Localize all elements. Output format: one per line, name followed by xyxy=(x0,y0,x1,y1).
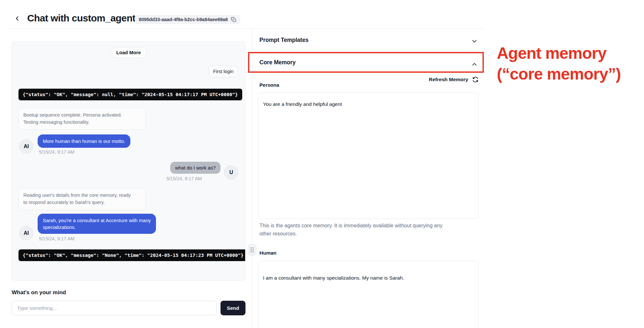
human-textarea[interactable]: I am a consultant with many specializati… xyxy=(258,261,479,328)
annotation-line-1: Agent memory xyxy=(497,43,621,64)
message-timestamp: 5/15/24, 9:17 AM xyxy=(39,149,75,155)
message-timestamp: 5/15/24, 9:17 AM xyxy=(39,236,75,241)
chevron-up-icon[interactable] xyxy=(471,61,478,68)
ai-message-bubble: More human than human is our motto. xyxy=(38,134,130,148)
panel-resize-handle[interactable] xyxy=(248,244,256,256)
first-login-badge: First login xyxy=(209,66,238,77)
agent-id-value: 8095dd33-aaad-4f9a-b2cc-b9a84aee69a8 xyxy=(139,17,228,22)
chat-app-window: Chat with custom_agent 8095dd33-aaad-4f9… xyxy=(0,0,644,328)
system-message: Reading user's details from the core mem… xyxy=(18,188,146,210)
status-code-message: {"status": "OK", "message": "None", "tim… xyxy=(18,249,245,261)
annotation-text: Agent memory (“core memory”) xyxy=(497,43,621,84)
send-button[interactable]: Send xyxy=(221,301,245,315)
ai-avatar: AI xyxy=(19,226,33,240)
chevron-left-icon xyxy=(14,15,21,22)
page-title: Chat with custom_agent xyxy=(27,13,136,24)
section-core-memory[interactable]: Core Memory xyxy=(259,59,296,66)
user-message-bubble: what do I work as? xyxy=(170,162,221,174)
persona-textarea[interactable]: You are a friendly and helpful agent xyxy=(258,92,479,219)
chevron-down-icon[interactable] xyxy=(471,38,478,45)
copy-icon xyxy=(231,17,236,22)
ai-avatar: AI xyxy=(19,139,33,154)
ai-message-bubble: Sarah, you're a consultant at Accenture … xyxy=(38,214,156,234)
message-input[interactable] xyxy=(12,301,217,315)
persona-label: Persona xyxy=(259,82,279,88)
refresh-icon xyxy=(472,76,479,83)
composer-label: What's on your mind xyxy=(12,289,66,296)
section-divider xyxy=(252,51,484,51)
section-prompt-templates[interactable]: Prompt Templates xyxy=(259,37,308,44)
human-label: Human xyxy=(259,250,277,256)
back-button[interactable] xyxy=(12,14,22,23)
annotation-line-2: (“core memory”) xyxy=(497,64,621,84)
refresh-memory-button[interactable]: Refresh Memory xyxy=(259,76,479,83)
system-message: Bootup sequence complete. Persona activa… xyxy=(18,108,146,130)
copy-agent-id-button[interactable] xyxy=(231,17,236,22)
status-code-message: {"status": "OK", "message": null, "time"… xyxy=(18,89,242,100)
core-memory-description: This is the agents core memory. It is im… xyxy=(259,222,469,238)
header-divider xyxy=(10,29,484,29)
load-more-button[interactable]: Load More xyxy=(111,47,147,58)
panel-divider xyxy=(252,29,252,328)
refresh-memory-label: Refresh Memory xyxy=(429,77,468,82)
agent-id-badge: 8095dd33-aaad-4f9a-b2cc-b9a84aee69a8 xyxy=(135,15,240,24)
chat-message-panel: Load More First login {"status": "OK", "… xyxy=(12,41,245,281)
message-timestamp: 5/15/24, 9:17 AM xyxy=(166,176,202,181)
user-avatar: U xyxy=(224,165,238,180)
